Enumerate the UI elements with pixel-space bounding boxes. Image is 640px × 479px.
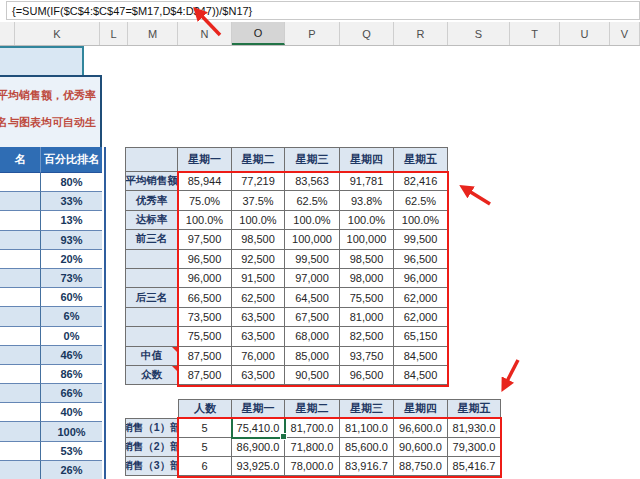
column-header-M[interactable]: M [128,22,178,45]
percent-cell[interactable]: 13% [40,211,102,230]
data-cell[interactable]: 93.8% [340,191,394,210]
column-header-T[interactable]: T [510,22,560,45]
percent-cell[interactable]: 93% [40,231,102,250]
data-cell[interactable]: 67,500 [285,308,340,327]
bottom-header[interactable]: 星期四 [394,399,448,418]
data-cell[interactable]: 64,500 [285,288,340,307]
column-header-spacer[interactable] [0,22,15,45]
percent-cell[interactable]: 53% [40,442,102,461]
rank-cell-empty[interactable] [0,365,40,384]
day-header[interactable]: 星期一 [178,147,232,172]
corner-cell[interactable] [125,147,178,172]
data-cell[interactable]: 81,100.0 [340,418,394,437]
column-header-N[interactable]: N [178,22,232,45]
data-cell[interactable]: 66,500 [178,288,232,307]
day-header[interactable]: 星期二 [232,147,285,172]
rank-cell-empty[interactable] [0,231,40,250]
data-cell[interactable]: 63,500 [232,308,285,327]
stat-row-label[interactable] [125,250,178,269]
data-cell[interactable]: 75,500 [340,288,394,307]
column-header-V[interactable]: V [610,22,640,45]
rank-cell-empty[interactable] [0,327,40,346]
data-cell[interactable]: 98,500 [340,250,394,269]
data-cell[interactable]: 82,500 [340,327,394,346]
data-cell[interactable]: 75,410.0 [232,418,285,437]
data-cell[interactable]: 87,500 [178,366,232,385]
data-cell[interactable]: 100.0% [285,211,340,230]
data-cell[interactable]: 79,300.0 [448,438,501,457]
data-cell[interactable]: 92,500 [232,250,285,269]
stat-row-label[interactable]: 前三名 [125,230,178,249]
stat-row-label[interactable] [125,308,178,327]
data-cell[interactable]: 73,500 [178,308,232,327]
data-cell[interactable]: 87,500 [178,347,232,366]
data-cell[interactable]: 84,500 [394,347,448,366]
rank-cell-empty[interactable] [0,384,40,403]
percent-cell[interactable]: 80% [40,173,102,192]
rank-cell-empty[interactable] [0,288,40,307]
column-header-R[interactable]: R [394,22,448,45]
data-cell[interactable]: 62,500 [232,288,285,307]
data-cell[interactable]: 83,916.7 [340,457,394,476]
stat-row-label[interactable]: 达标率 [125,211,178,230]
dept-label[interactable]: 销售（3）部 [125,457,178,476]
stat-row-label[interactable] [125,269,178,288]
data-cell[interactable]: 62,000 [394,288,448,307]
stat-row-label[interactable]: 后三名 [125,288,178,307]
column-header-Q[interactable]: Q [340,22,394,45]
data-cell[interactable]: 90,500 [285,366,340,385]
data-cell[interactable]: 5 [178,438,232,457]
data-cell[interactable]: 68,000 [285,327,340,346]
data-cell[interactable]: 63,500 [232,327,285,346]
data-cell[interactable]: 76,000 [232,347,285,366]
data-cell[interactable]: 83,563 [285,172,340,191]
data-cell[interactable]: 86,900.0 [232,438,285,457]
data-cell[interactable]: 99,500 [285,250,340,269]
percent-cell[interactable]: 66% [40,384,102,403]
rank-cell-empty[interactable] [0,250,40,269]
data-cell[interactable]: 62.5% [394,191,448,210]
data-cell[interactable]: 71,800.0 [285,438,340,457]
dept-label[interactable]: 销售（2）部 [125,438,178,457]
bottom-header[interactable]: 人数 [178,399,232,418]
data-cell[interactable]: 91,781 [340,172,394,191]
data-cell[interactable]: 85,600.0 [340,438,394,457]
percent-cell[interactable]: 100% [40,422,102,441]
data-cell[interactable]: 5 [178,418,232,437]
percent-cell[interactable]: 20% [40,250,102,269]
data-cell[interactable]: 96,500 [340,366,394,385]
bottom-header[interactable]: 星期二 [285,399,340,418]
data-cell[interactable]: 100.0% [178,211,232,230]
data-cell[interactable]: 100.0% [340,211,394,230]
percent-cell[interactable]: 86% [40,365,102,384]
column-header-L[interactable]: L [100,22,128,45]
percent-cell[interactable]: 60% [40,288,102,307]
dept-label[interactable]: 销售（1）部 [125,418,178,437]
rank-cell-empty[interactable] [0,422,40,441]
data-cell[interactable]: 97,500 [178,230,232,249]
bottom-header[interactable]: 星期五 [448,399,501,418]
data-cell[interactable]: 85,944 [178,172,232,191]
data-cell[interactable]: 100,000 [340,230,394,249]
percent-cell[interactable]: 40% [40,403,102,422]
stat-row-label[interactable]: 优秀率 [125,191,178,210]
stat-row-label[interactable] [125,327,178,346]
rank-cell-empty[interactable] [0,173,40,192]
data-cell[interactable]: 78,000.0 [285,457,340,476]
data-cell[interactable]: 99,500 [394,230,448,249]
data-cell[interactable]: 96,500 [394,250,448,269]
data-cell[interactable]: 62,000 [394,308,448,327]
data-cell[interactable]: 81,000 [340,308,394,327]
data-cell[interactable]: 85,416.7 [448,457,501,476]
day-header[interactable]: 星期三 [285,147,340,172]
data-cell[interactable]: 88,750.0 [394,457,448,476]
stat-row-label[interactable]: 平均销售额 [125,172,178,191]
column-header-U[interactable]: U [560,22,610,45]
data-cell[interactable]: 97,000 [285,269,340,288]
data-cell[interactable]: 63,500 [232,366,285,385]
data-cell[interactable]: 82,416 [394,172,448,191]
percent-cell[interactable]: 46% [40,346,102,365]
rank-cell-empty[interactable] [0,442,40,461]
day-header[interactable]: 星期四 [340,147,394,172]
day-header[interactable]: 星期五 [394,147,448,172]
